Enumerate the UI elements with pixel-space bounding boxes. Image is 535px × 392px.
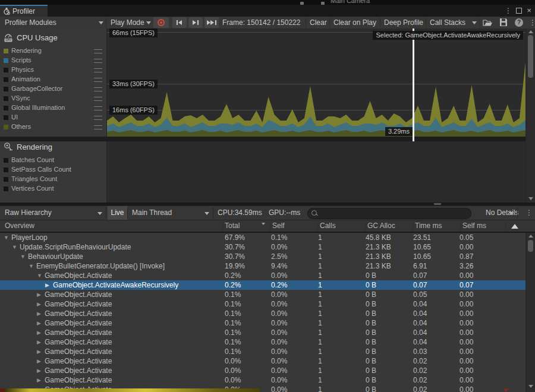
legend-item[interactable]: Animation <box>0 75 107 84</box>
table-row[interactable]: ▼EnemyBulletGenerator.Update() [Invoke]1… <box>0 261 535 271</box>
cpu-usage-module-header[interactable]: CPU CPU Usage <box>0 31 107 45</box>
clear-on-play-button[interactable]: Clear on Play <box>333 17 376 29</box>
drag-handle-icon[interactable] <box>94 97 102 101</box>
first-frame-button[interactable] <box>172 17 187 28</box>
column-separator[interactable] <box>222 222 223 230</box>
column-separator[interactable] <box>317 222 318 230</box>
scroll-up-icon[interactable] <box>528 30 533 33</box>
drag-handle-icon[interactable] <box>94 125 102 129</box>
drag-handle-icon[interactable] <box>94 78 102 82</box>
foldout-collapsed-icon[interactable]: ▶ <box>37 290 41 299</box>
profiler-modules-dropdown[interactable]: Profiler Modules <box>5 17 56 29</box>
legend-item[interactable]: Rendering <box>0 46 107 56</box>
window-close-icon[interactable]: × <box>524 5 534 17</box>
column-separator[interactable] <box>413 222 413 230</box>
foldout-expanded-icon[interactable]: ▼ <box>37 271 42 280</box>
scrollbar-thumb[interactable] <box>528 240 533 252</box>
column-total[interactable]: Total <box>225 220 240 232</box>
legend-item[interactable]: UI <box>0 113 107 122</box>
search-input[interactable] <box>320 208 468 219</box>
hierarchy-mode-dropdown[interactable]: Raw Hierarchy <box>5 206 52 220</box>
table-row[interactable]: ▶GameObject.Activate0.1%0.0%10 B0.040.00 <box>0 299 535 309</box>
table-row[interactable]: ▶GameObject.Activate0.1%0.0%10 B0.040.00 <box>0 318 535 328</box>
resize-handle[interactable] <box>434 203 441 205</box>
search-field[interactable] <box>307 208 471 219</box>
cpu-usage-chart[interactable]: 66ms (15FPS) 33ms (30FPS) 16ms (60FPS) S… <box>107 29 525 137</box>
foldout-expanded-icon[interactable]: ▼ <box>20 252 26 261</box>
rendering-chart[interactable] <box>107 141 525 203</box>
details-kebab-menu-icon[interactable]: ⋮ <box>525 206 533 220</box>
load-profile-icon[interactable] <box>483 18 493 27</box>
window-menu-icon[interactable]: ⋮ <box>504 5 512 17</box>
foldout-collapsed-icon[interactable]: ▶ <box>37 299 41 309</box>
foldout-collapsed-icon[interactable]: ▶ <box>37 328 41 337</box>
foldout-collapsed-icon[interactable]: ▶ <box>37 309 41 318</box>
details-dropdown[interactable]: No Details <box>486 206 518 220</box>
column-overview[interactable]: Overview <box>5 220 34 232</box>
foldout-collapsed-icon[interactable]: ▶ <box>37 347 41 356</box>
legend-item[interactable]: VSync <box>0 94 107 103</box>
table-row[interactable]: ▶GameObject.Activate0.1%0.0%10 B0.030.00 <box>0 347 535 356</box>
scroll-down-icon[interactable] <box>528 197 533 200</box>
drag-handle-icon[interactable] <box>94 106 102 110</box>
legend-item[interactable]: Others <box>0 122 107 132</box>
foldout-expanded-icon[interactable]: ▼ <box>12 242 17 252</box>
column-gc-alloc[interactable]: GC Alloc <box>367 220 395 232</box>
thread-dropdown[interactable]: Main Thread <box>132 206 172 220</box>
rendering-module-header[interactable]: Rendering <box>0 140 107 154</box>
foldout-collapsed-icon[interactable]: ▶ <box>37 337 41 347</box>
live-toggle[interactable]: Live <box>108 206 127 220</box>
scroll-up-icon[interactable] <box>528 235 533 238</box>
legend-item[interactable]: SetPass Calls Count <box>0 165 107 175</box>
table-row[interactable]: ▼Update.ScriptRunBehaviourUpdate30.7%0.0… <box>0 242 535 252</box>
scroll-down-icon[interactable] <box>528 385 533 388</box>
legend-item[interactable]: Batches Count <box>0 156 107 165</box>
table-row[interactable]: ▶GameObject.Activate0.0%0.0%10 B0.020.00 <box>0 366 535 375</box>
next-frame-button[interactable] <box>188 17 203 28</box>
legend-item[interactable]: Global Illumination <box>0 103 107 113</box>
column-calls[interactable]: Calls <box>320 220 336 232</box>
record-button[interactable] <box>153 17 169 28</box>
table-row[interactable]: ▼GameObject.Activate0.2%0.0%10 B0.070.00 <box>0 271 535 280</box>
play-mode-dropdown[interactable]: Play Mode <box>111 17 144 29</box>
deep-profile-button[interactable]: Deep Profile <box>384 17 423 29</box>
chart-scrollbar[interactable] <box>525 29 535 203</box>
table-scrollbar[interactable] <box>525 233 535 392</box>
column-self-ms[interactable]: Self ms <box>462 220 486 232</box>
table-row[interactable]: ▼BehaviourUpdate30.7%2.5%121.3 KB10.650.… <box>0 252 535 261</box>
drag-handle-icon[interactable] <box>94 49 102 53</box>
table-row[interactable]: ▼PlayerLoop67.9%0.1%145.8 KB23.510.05 <box>0 233 535 242</box>
table-row[interactable]: ▶GameObject.Activate0.1%0.0%10 B0.040.00 <box>0 337 535 347</box>
foldout-collapsed-icon[interactable]: ▶ <box>37 356 41 366</box>
drag-handle-icon[interactable] <box>94 116 102 120</box>
toolbar-kebab-menu-icon[interactable]: ⋮ <box>529 17 535 29</box>
drag-handle-icon[interactable] <box>94 68 102 72</box>
legend-item[interactable]: Vertices Count <box>0 184 107 194</box>
call-stacks-dropdown[interactable]: Call Stacks <box>430 17 465 29</box>
scrollbar-thumb[interactable] <box>528 35 533 78</box>
current-frame-button[interactable] <box>204 17 219 28</box>
save-profile-icon[interactable] <box>499 18 508 27</box>
drag-handle-icon[interactable] <box>94 59 102 63</box>
table-row[interactable]: ▶GameObject.Activate0.0%0.0%10 B0.020.00 <box>0 385 535 392</box>
tab-profiler[interactable]: Profiler <box>0 5 48 17</box>
foldout-collapsed-icon[interactable]: ▶ <box>45 280 49 290</box>
table-row[interactable]: ▶GameObject.Activate0.1%0.0%10 B0.040.00 <box>0 309 535 318</box>
collapse-all-icon[interactable] <box>511 224 518 229</box>
window-maximize-icon[interactable] <box>515 5 523 17</box>
table-row[interactable]: ▶GameObject.ActivateAwakeRecursively0.2%… <box>0 280 535 290</box>
foldout-collapsed-icon[interactable]: ▶ <box>37 375 41 385</box>
foldout-collapsed-icon[interactable]: ▶ <box>37 366 41 375</box>
foldout-expanded-icon[interactable]: ▼ <box>4 233 9 242</box>
table-row[interactable]: ▶GameObject.Activate0.0%0.0%10 B0.020.00 <box>0 356 535 366</box>
foldout-collapsed-icon[interactable]: ▶ <box>37 318 41 328</box>
column-separator[interactable] <box>460 222 461 230</box>
legend-item[interactable]: Scripts <box>0 56 107 65</box>
foldout-collapsed-icon[interactable]: ▶ <box>37 385 41 392</box>
table-row[interactable]: ▶GameObject.Activate0.1%0.0%10 B0.040.00 <box>0 328 535 337</box>
selected-frame-line[interactable] <box>413 29 414 137</box>
column-separator[interactable] <box>270 222 270 230</box>
column-time-ms[interactable]: Time ms <box>415 220 442 232</box>
column-separator[interactable] <box>365 222 366 230</box>
table-row[interactable]: ▶GameObject.Activate0.0%0.0%10 B0.020.00 <box>0 375 535 385</box>
